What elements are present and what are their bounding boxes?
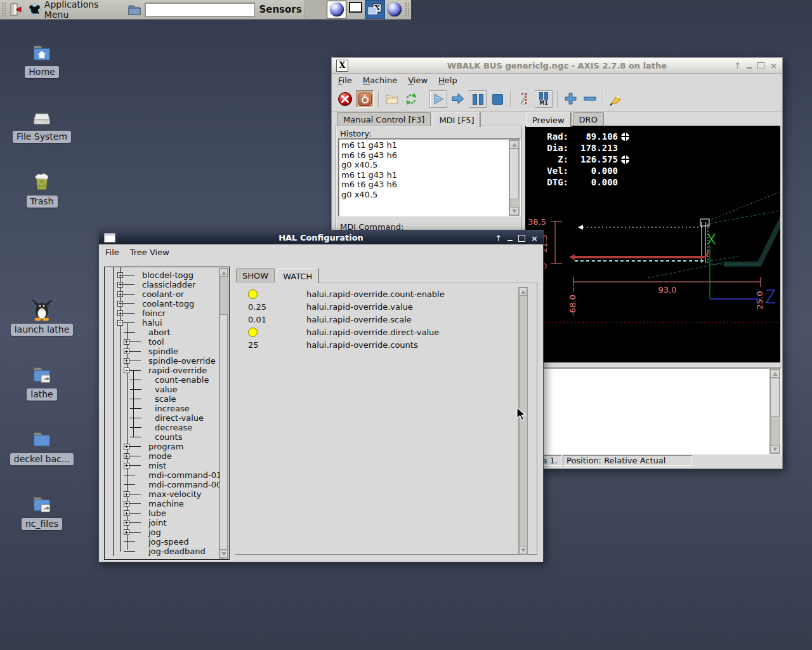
zoom-out-button[interactable] — [582, 91, 598, 107]
desktop-icon-lathe[interactable]: lathe — [0, 362, 84, 401]
tab-mdi[interactable]: MDI [F5] — [433, 112, 480, 127]
tree-item-tool[interactable]: +tool — [105, 337, 219, 347]
maximize-button[interactable] — [757, 62, 764, 69]
desktop-icon-deckel-backup[interactable]: deckel bac... — [0, 427, 84, 465]
tree-item-scale[interactable]: scale — [105, 394, 219, 404]
gcode-scrollbar[interactable] — [769, 369, 780, 454]
expand-box-icon[interactable]: + — [124, 453, 129, 459]
menu-view[interactable]: View — [408, 76, 428, 85]
tree-item-rapid-override[interactable]: -rapid-override — [105, 366, 219, 375]
tree-item-coolant-or[interactable]: +coolant-or — [105, 289, 219, 299]
tree-item-foincr[interactable]: +foincr — [105, 308, 219, 318]
open-file-button[interactable] — [384, 91, 400, 107]
estop-button[interactable] — [337, 91, 353, 107]
axis-titlebar[interactable]: WBALK BUS genericlg.ngc - AXIS 2.7.8 on … — [332, 58, 782, 74]
menu-file[interactable]: File — [105, 248, 119, 257]
tab-show[interactable]: SHOW — [236, 269, 275, 282]
expand-box-icon[interactable]: + — [117, 272, 123, 278]
expand-box-icon[interactable]: + — [124, 444, 129, 449]
tree-item-classicladder[interactable]: +classicladder — [105, 280, 219, 289]
minimize-button[interactable] — [747, 67, 752, 69]
tree-item-coolant-togg[interactable]: +coolant-togg — [105, 299, 219, 308]
desktop-icon-nc-files[interactable]: nc_files — [0, 491, 84, 530]
panel-drag-handle[interactable] — [1, 2, 6, 17]
expand-box-icon[interactable]: + — [117, 301, 123, 307]
maximize-button[interactable] — [518, 235, 525, 242]
stop-button[interactable] — [489, 91, 506, 107]
tree-item-mist[interactable]: +mist — [105, 461, 219, 470]
tree-item-halui[interactable]: -halui — [105, 318, 219, 328]
tree-item-counts[interactable]: counts — [105, 432, 219, 442]
shade-button[interactable]: ↑ — [495, 234, 502, 242]
expand-box-icon[interactable]: + — [117, 291, 123, 297]
scrollbar-thumb[interactable] — [770, 378, 780, 417]
scroll-down-arrow[interactable] — [509, 207, 519, 215]
tray-globe-button[interactable] — [327, 1, 346, 18]
desktop-icon-filesystem[interactable]: File System — [0, 104, 84, 143]
collapse-box-icon[interactable]: - — [117, 320, 123, 326]
pause-button[interactable] — [469, 90, 487, 108]
expand-box-icon[interactable]: + — [124, 463, 129, 468]
tree-item-decrease[interactable]: decrease — [105, 423, 219, 432]
desktop-icon-trash[interactable]: Trash — [0, 169, 84, 208]
expand-box-icon[interactable]: + — [124, 510, 129, 516]
scroll-up-arrow[interactable] — [219, 269, 228, 277]
applications-menu-button[interactable]: Applications Menu — [23, 1, 127, 18]
tree-item-spindle-override[interactable]: +spindle-override — [105, 356, 219, 366]
machine-power-button[interactable] — [356, 90, 374, 108]
expand-box-icon[interactable]: + — [124, 501, 129, 507]
tree-item-count-enable[interactable]: count-enable — [105, 375, 219, 385]
tab-watch[interactable]: WATCH — [277, 268, 318, 283]
logout-button[interactable] — [8, 1, 23, 18]
zoom-in-button[interactable] — [563, 91, 579, 107]
tree-item-machine[interactable]: +machine — [105, 499, 219, 508]
block-delete-button[interactable] — [516, 91, 532, 107]
tree-item-mdi-command-00[interactable]: mdi-command-00 — [105, 480, 219, 489]
run-program-button[interactable] — [429, 90, 447, 108]
tab-dro[interactable]: DRO — [573, 112, 604, 126]
panel-search-input[interactable] — [145, 3, 255, 17]
run-from-line-button[interactable] — [450, 91, 466, 107]
tree-item-abort[interactable]: abort — [105, 328, 219, 337]
menu-machine[interactable]: Machine — [363, 76, 397, 85]
taskbar-active-window-button[interactable]: X — [365, 0, 386, 19]
reload-file-button[interactable] — [403, 91, 419, 107]
collapse-box-icon[interactable]: - — [124, 368, 129, 373]
mdi-history-listbox[interactable]: m6 t1 g43 h1 m6 t6 g43 h6 g0 x40.5 m6 t1… — [338, 138, 521, 216]
expand-box-icon[interactable]: + — [117, 310, 123, 316]
clear-plot-button[interactable] — [608, 91, 625, 107]
scrollbar-thumb[interactable] — [509, 149, 519, 199]
close-button[interactable]: × — [531, 234, 538, 242]
scroll-down-arrow[interactable] — [770, 445, 780, 453]
menu-help[interactable]: Help — [438, 76, 457, 85]
tab-preview[interactable]: Preview — [526, 112, 571, 127]
expand-box-icon[interactable]: + — [124, 348, 129, 354]
expand-box-icon[interactable]: + — [117, 282, 123, 288]
menu-file[interactable]: File — [338, 76, 352, 85]
shade-button[interactable]: ↑ — [734, 62, 741, 70]
preview-canvas[interactable]: 38.5 21.5 0 93.0 -68.0 25.0 — [525, 126, 780, 362]
tree-item-program[interactable]: +program — [105, 442, 219, 451]
file-manager-button[interactable] — [126, 1, 142, 18]
optional-pause-button[interactable]: M1 — [535, 90, 553, 108]
hal-titlebar[interactable]: HAL Configuration ↑ × — [99, 230, 543, 244]
tree-item-jog[interactable]: +jog — [105, 527, 219, 537]
tray-globe-button-2[interactable] — [385, 1, 403, 18]
tab-manual-control[interactable]: Manual Control [F3] — [337, 112, 431, 126]
expand-box-icon[interactable]: + — [124, 520, 129, 526]
expand-box-icon[interactable]: + — [124, 339, 129, 345]
tree-item-jog-speed[interactable]: jog-speed — [105, 537, 219, 547]
scroll-up-arrow[interactable] — [509, 140, 519, 149]
scroll-up-arrow[interactable] — [519, 288, 527, 296]
pager-square[interactable] — [349, 2, 362, 13]
history-scrollbar[interactable] — [509, 140, 520, 216]
minimize-button[interactable] — [508, 240, 513, 241]
tree-item-lube[interactable]: +lube — [105, 508, 219, 518]
tree-item-increase[interactable]: increase — [105, 404, 219, 413]
tree-item-value[interactable]: value — [105, 385, 219, 394]
panel-drag-handle-2[interactable] — [405, 2, 410, 17]
tree-item-blocdel-togg[interactable]: +blocdel-togg — [105, 270, 219, 280]
scroll-down-arrow[interactable] — [219, 550, 228, 558]
expand-box-icon[interactable]: + — [124, 358, 129, 364]
menu-tree-view[interactable]: Tree View — [130, 248, 169, 257]
